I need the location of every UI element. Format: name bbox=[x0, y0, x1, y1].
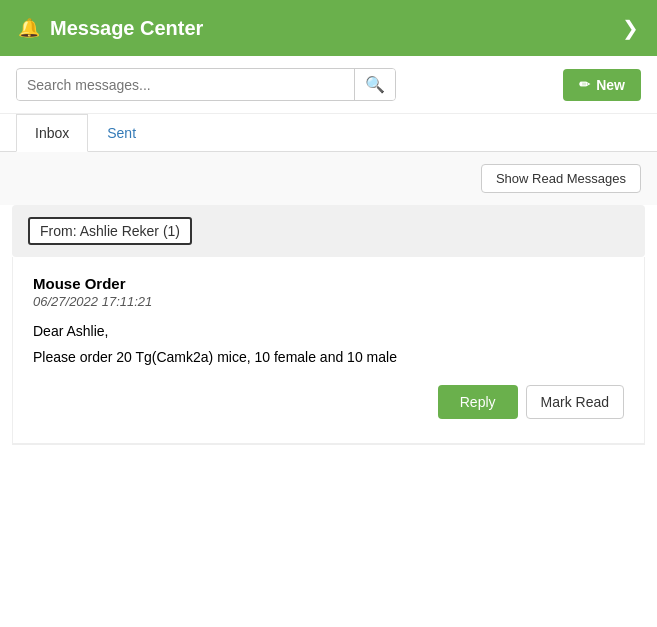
new-button-label: New bbox=[596, 77, 625, 93]
tabs-container: Inbox Sent bbox=[0, 114, 657, 152]
tab-sent[interactable]: Sent bbox=[88, 114, 155, 152]
message-group: From: Ashlie Reker (1) bbox=[12, 205, 645, 257]
message-date: 06/27/2022 17:11:21 bbox=[33, 294, 624, 309]
message-subject: Mouse Order bbox=[33, 275, 624, 292]
tab-sent-label: Sent bbox=[107, 125, 136, 141]
tab-inbox[interactable]: Inbox bbox=[16, 114, 88, 152]
search-input[interactable] bbox=[17, 70, 354, 100]
message-content: Please order 20 Tg(Camk2a) mice, 10 fema… bbox=[33, 349, 624, 365]
message-greeting: Dear Ashlie, bbox=[33, 323, 624, 339]
header-left: 🔔 Message Center bbox=[18, 17, 203, 40]
show-read-messages-label: Show Read Messages bbox=[496, 171, 626, 186]
search-input-wrap: 🔍 bbox=[16, 68, 396, 101]
search-button[interactable]: 🔍 bbox=[354, 69, 395, 100]
main-content: Show Read Messages From: Ashlie Reker (1… bbox=[0, 152, 657, 445]
reply-button[interactable]: Reply bbox=[438, 385, 518, 419]
show-read-messages-button[interactable]: Show Read Messages bbox=[481, 164, 641, 193]
mark-read-button[interactable]: Mark Read bbox=[526, 385, 624, 419]
reply-label: Reply bbox=[460, 394, 496, 410]
message-from-label[interactable]: From: Ashlie Reker (1) bbox=[28, 217, 192, 245]
show-read-row: Show Read Messages bbox=[0, 152, 657, 205]
chevron-right-icon[interactable]: ❯ bbox=[622, 16, 639, 40]
message-divider bbox=[12, 444, 645, 445]
pencil-icon: ✏ bbox=[579, 77, 590, 92]
message-body: Mouse Order 06/27/2022 17:11:21 Dear Ash… bbox=[12, 257, 645, 444]
mark-read-label: Mark Read bbox=[541, 394, 609, 410]
message-actions: Reply Mark Read bbox=[33, 385, 624, 423]
bell-icon: 🔔 bbox=[18, 17, 40, 39]
new-button[interactable]: ✏ New bbox=[563, 69, 641, 101]
page-header: 🔔 Message Center ❯ bbox=[0, 0, 657, 56]
search-row: 🔍 ✏ New bbox=[0, 56, 657, 114]
page-title: Message Center bbox=[50, 17, 203, 40]
tab-inbox-label: Inbox bbox=[35, 125, 69, 141]
search-icon: 🔍 bbox=[365, 76, 385, 93]
